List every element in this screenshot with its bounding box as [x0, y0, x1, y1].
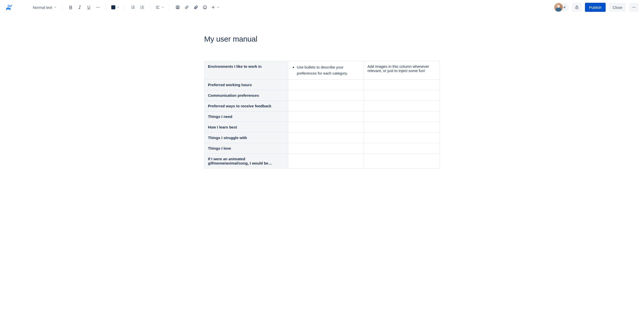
svg-point-14 — [632, 7, 633, 8]
row-images[interactable] — [364, 133, 440, 143]
row-images[interactable] — [364, 101, 440, 111]
row-images[interactable] — [364, 154, 440, 169]
chevron-up-icon — [117, 6, 120, 9]
row-label[interactable]: Preferred working hours — [204, 80, 288, 90]
table-row: Preferred ways to receive feedback — [204, 101, 440, 111]
svg-point-2 — [99, 7, 99, 8]
toolbar-separator — [125, 4, 125, 11]
row-label[interactable]: Things I love — [204, 143, 288, 154]
editor-content[interactable]: My user manual Environments I like to wo… — [204, 15, 440, 179]
user-manual-table[interactable]: Environments I like to work in Use bulle… — [204, 61, 440, 169]
svg-point-4 — [131, 7, 132, 8]
svg-point-0 — [96, 7, 97, 8]
row-preferences[interactable] — [288, 80, 364, 90]
table-row: How I learn best — [204, 122, 440, 133]
table-row: Communication preferences — [204, 90, 440, 101]
row-preferences[interactable] — [288, 143, 364, 154]
link-button[interactable] — [183, 3, 191, 11]
row-preferences[interactable] — [288, 90, 364, 101]
chevron-up-icon — [161, 6, 164, 9]
row-preferences[interactable] — [288, 101, 364, 111]
row-images[interactable] — [364, 80, 440, 90]
row-label[interactable]: Preferred ways to receive feedback — [204, 101, 288, 111]
row-label[interactable]: If I were an animated gif/meme/animal/so… — [204, 154, 288, 169]
editor-toolbar: Normal text — [0, 0, 644, 15]
table-row: If I were an animated gif/meme/animal/so… — [204, 154, 440, 169]
row-preferences[interactable] — [288, 133, 364, 143]
row-label[interactable]: Environments I like to work in — [204, 61, 288, 80]
restrictions-button[interactable] — [572, 3, 581, 12]
toolbar-separator — [169, 4, 170, 11]
row-images[interactable] — [364, 122, 440, 133]
confluence-logo-icon[interactable] — [6, 4, 13, 11]
toolbar-separator — [106, 4, 106, 11]
chevron-up-icon — [217, 6, 220, 9]
row-preferences[interactable] — [288, 122, 364, 133]
table-row: Things I struggle with — [204, 133, 440, 143]
svg-point-3 — [131, 6, 132, 6]
row-label[interactable]: Things I struggle with — [204, 133, 288, 143]
emoji-button[interactable] — [201, 3, 209, 11]
svg-point-15 — [634, 7, 634, 8]
table-row: Preferred working hours — [204, 80, 440, 90]
insert-button[interactable] — [210, 3, 221, 11]
table-button[interactable] — [174, 3, 182, 11]
text-style-label: Normal text — [33, 5, 52, 10]
row-images[interactable] — [364, 143, 440, 154]
bold-button[interactable] — [67, 3, 75, 11]
text-color-button[interactable] — [110, 3, 121, 11]
svg-point-11 — [204, 7, 205, 7]
svg-rect-13 — [576, 7, 578, 9]
row-label[interactable]: Things I need — [204, 111, 288, 122]
more-formatting-button[interactable] — [94, 3, 102, 11]
svg-point-1 — [97, 7, 98, 8]
svg-point-16 — [635, 7, 635, 8]
page-title[interactable]: My user manual — [204, 35, 440, 43]
close-button[interactable]: Close — [609, 3, 626, 12]
bullet-item[interactable]: Use bullets to describe your preferences… — [297, 64, 360, 76]
publish-button[interactable]: Publish — [585, 3, 605, 12]
chevron-up-icon — [54, 6, 57, 9]
row-label[interactable]: How I learn best — [204, 122, 288, 133]
toolbar-separator — [150, 4, 150, 11]
text-style-dropdown[interactable]: Normal text — [31, 3, 58, 11]
row-preferences[interactable] — [288, 154, 364, 169]
row-images[interactable]: Add images in this column whenever relev… — [364, 61, 440, 80]
collaborators — [554, 3, 569, 12]
row-preferences[interactable] — [288, 111, 364, 122]
bullet-list-button[interactable] — [129, 3, 137, 11]
row-images[interactable] — [364, 111, 440, 122]
attachment-button[interactable] — [192, 3, 200, 11]
table-row: Things I need — [204, 111, 440, 122]
row-preferences[interactable]: Use bullets to describe your preferences… — [288, 61, 364, 80]
svg-text:3: 3 — [140, 8, 141, 9]
numbered-list-button[interactable]: 123 — [138, 3, 146, 11]
color-swatch-icon — [111, 5, 115, 9]
more-actions-button[interactable] — [629, 3, 638, 12]
table-row: Environments I like to work in Use bulle… — [204, 61, 440, 80]
row-images[interactable] — [364, 90, 440, 101]
underline-button[interactable] — [85, 3, 93, 11]
table-row: Things I love — [204, 143, 440, 154]
svg-point-5 — [131, 8, 132, 9]
alignment-button[interactable] — [154, 3, 165, 11]
svg-point-10 — [203, 6, 207, 9]
row-label[interactable]: Communication preferences — [204, 90, 288, 101]
svg-point-12 — [205, 7, 206, 7]
toolbar-separator — [62, 4, 63, 11]
italic-button[interactable] — [76, 3, 84, 11]
